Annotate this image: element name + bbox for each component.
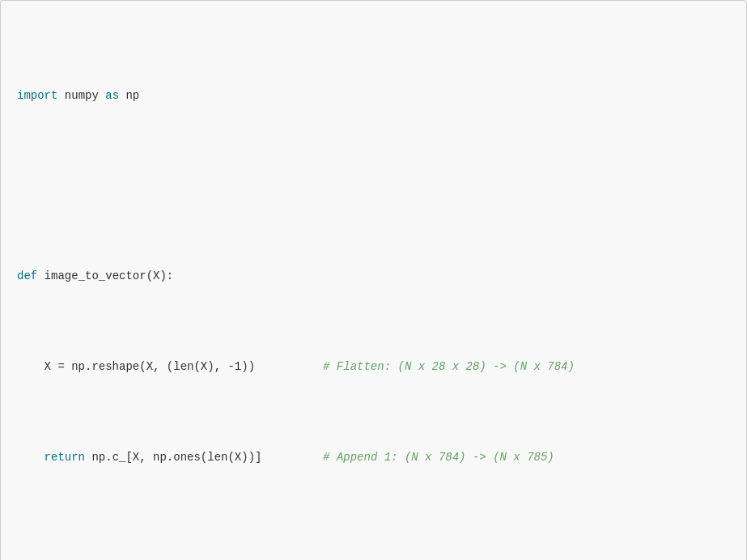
code-line-1: import numpy as np — [17, 87, 730, 104]
code-line-3: def image_to_vector(X): — [17, 267, 730, 285]
code-line-2 — [17, 177, 730, 195]
code-line-6 — [17, 539, 730, 557]
code-line-5: return np.c_[X, np.ones(len(X))] # Appen… — [17, 448, 730, 466]
code-line-4: X = np.reshape(X, (len(X), -1)) # Flatte… — [17, 358, 730, 375]
code-block: import numpy as np def image_to_vector(X… — [17, 14, 730, 560]
code-container: import numpy as np def image_to_vector(X… — [0, 0, 747, 560]
